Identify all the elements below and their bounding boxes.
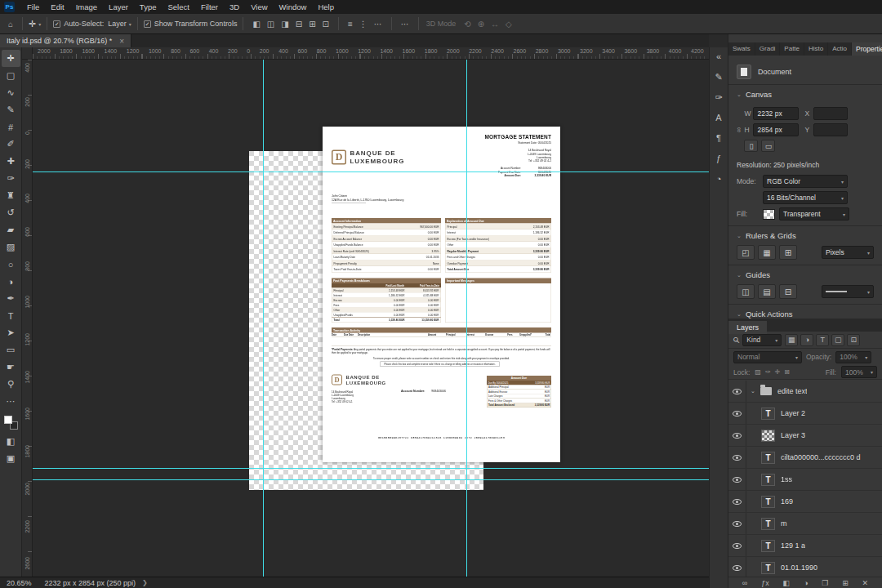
eraser-tool[interactable]: ▰ [2, 221, 20, 238]
tab-properties[interactable]: Properties [852, 42, 882, 56]
horizontal-guide[interactable] [33, 479, 709, 480]
zoom-level[interactable]: 20.65% [0, 579, 32, 587]
lock-icon[interactable]: ✑ [765, 368, 771, 376]
layer-visibility-toggle[interactable] [728, 447, 746, 468]
distribute-icon[interactable]: ⋯ [371, 20, 385, 29]
quick-selection-tool[interactable]: ✎ [2, 101, 20, 118]
ruler-corner[interactable] [22, 47, 33, 60]
auto-select-checkbox[interactable]: Auto-Select: [53, 20, 104, 28]
guide-toggle-icon[interactable]: ◫ [737, 284, 755, 299]
menu-item[interactable]: Edit [45, 0, 69, 14]
brush-tool[interactable]: ✑ [2, 170, 20, 187]
align-icon[interactable]: ⊞ [305, 20, 318, 29]
horizontal-guide[interactable] [33, 172, 709, 172]
lasso-tool[interactable]: ∿ [2, 84, 20, 101]
color-mode-select[interactable]: RGB Color [763, 175, 848, 188]
fill-opacity-select[interactable]: 100% [841, 366, 877, 378]
vertical-ruler[interactable]: 4002000200400600800100012001400160018002… [22, 60, 33, 577]
guide-toggle-icon[interactable]: ⊟ [779, 284, 797, 299]
foreground-color-swatch[interactable] [4, 416, 12, 424]
menu-item[interactable]: Window [274, 0, 313, 14]
type-tool[interactable]: T [2, 307, 20, 324]
layer-filter-kind-select[interactable]: Kind [742, 334, 782, 346]
menu-item[interactable]: Type [134, 0, 163, 14]
screen-mode-icon[interactable]: ▣ [2, 450, 20, 467]
y-position-input[interactable] [813, 123, 848, 136]
group-expander-icon[interactable] [751, 388, 755, 394]
layer-visibility-toggle[interactable] [728, 513, 746, 534]
units-select[interactable]: Pixels [822, 246, 874, 259]
rulers-grids-section-header[interactable]: Rulers & Grids [737, 231, 874, 240]
quick-mask-icon[interactable]: ◧ [2, 433, 20, 450]
ruler-toggle-icon[interactable]: ▦ [758, 245, 776, 260]
lock-icon[interactable]: ⊠ [784, 368, 790, 376]
menu-item[interactable]: Image [70, 0, 103, 14]
blend-mode-select[interactable]: Normal [733, 351, 802, 363]
lock-icon[interactable]: ▨ [755, 368, 761, 376]
clone-stamp-tool[interactable]: ♜ [2, 187, 20, 204]
3d-mode-icon[interactable]: ⊕ [474, 20, 488, 29]
layer-visibility-toggle[interactable] [728, 425, 746, 446]
eyedropper-tool[interactable]: ✐ [2, 136, 20, 153]
menu-item[interactable]: Filter [195, 0, 224, 14]
layer-filter-icon[interactable]: ▦ [785, 334, 798, 346]
tab-gradients[interactable]: Gradi [755, 42, 781, 56]
fill-swatch[interactable] [763, 209, 775, 220]
layer-mask-icon[interactable]: ◧ [783, 579, 791, 587]
tab-patterns[interactable]: Patte [780, 42, 804, 56]
healing-brush-tool[interactable]: ✚ [2, 153, 20, 170]
3d-mode-icon[interactable]: ◇ [502, 20, 515, 29]
move-tool[interactable]: ✛ [2, 50, 20, 67]
show-transform-checkbox[interactable]: Show Transform Controls [144, 20, 238, 28]
layer-row[interactable]: T m [728, 513, 882, 535]
layer-visibility-toggle[interactable] [728, 491, 746, 512]
portrait-orientation-button[interactable]: ▯ [744, 140, 758, 152]
close-tab-icon[interactable] [119, 37, 124, 46]
layer-row[interactable]: T Layer 2 [728, 403, 882, 425]
layer-row[interactable]: T 169 [728, 491, 882, 513]
3d-mode-icon[interactable]: ⟲ [461, 20, 474, 29]
layer-filter-icon[interactable]: T [816, 334, 829, 346]
align-icon[interactable]: ◧ [249, 20, 263, 29]
color-swatches[interactable] [4, 416, 18, 430]
bit-depth-select[interactable]: 16 Bits/Channel [763, 191, 848, 204]
zoom-tool[interactable]: ⚲ [2, 376, 20, 393]
menu-item[interactable]: Layer [103, 0, 134, 14]
brush-settings-panel-icon[interactable]: ✑ [711, 90, 727, 105]
mortgage-statement-page[interactable]: MORTGAGE STATEMENT Statement Date: 05/04… [323, 127, 560, 462]
auto-select-target-dropdown[interactable]: Layer [108, 20, 131, 28]
tab-histogram[interactable]: Histo [804, 42, 828, 56]
quick-actions-section-header[interactable]: Quick Actions [737, 310, 874, 318]
home-icon[interactable]: ⌂ [5, 20, 16, 29]
paragraph-panel-icon[interactable]: ¶ [711, 131, 727, 145]
canvas-area[interactable]: 2000180016001400120010008006004002000200… [22, 47, 709, 577]
menu-item[interactable]: File [21, 0, 45, 14]
layer-visibility-toggle[interactable] [728, 557, 746, 577]
align-icon[interactable]: ◨ [278, 20, 292, 29]
status-options-icon[interactable] [142, 579, 148, 586]
shape-tool[interactable]: ▭ [2, 341, 20, 359]
layer-row[interactable]: T cilta000000...ccccccc0 d [728, 447, 882, 469]
horizontal-ruler[interactable]: 2000180016001400120010008006004002000200… [33, 47, 709, 60]
more-options-icon[interactable]: ⋯ [398, 20, 412, 29]
width-input[interactable]: 2232 px [753, 107, 799, 120]
vertical-guide[interactable] [263, 60, 264, 577]
menu-item[interactable]: 3D [224, 0, 245, 14]
menu-item[interactable]: View [245, 0, 273, 14]
opacity-select[interactable]: 100% [835, 351, 871, 363]
layer-filter-icon[interactable]: ◑ [800, 334, 813, 346]
gradient-tool[interactable]: ▨ [2, 238, 20, 256]
menu-item[interactable]: Select [162, 0, 194, 14]
height-input[interactable]: 2854 px [753, 123, 799, 136]
layer-visibility-toggle[interactable] [728, 403, 746, 424]
distribute-icon[interactable]: ⋮ [356, 20, 371, 29]
marquee-tool[interactable]: ▢ [2, 67, 20, 84]
guide-toggle-icon[interactable]: ▤ [758, 284, 776, 299]
x-position-input[interactable] [813, 107, 848, 120]
layer-row[interactable]: T 129 1 a [728, 535, 882, 557]
expand-panels-icon[interactable]: « [711, 49, 727, 64]
adjustments-panel-icon[interactable]: ✎ [711, 69, 727, 84]
align-icon[interactable]: ◫ [264, 20, 278, 29]
canvas-section-header[interactable]: Canvas [737, 90, 874, 99]
history-brush-tool[interactable]: ↺ [2, 204, 20, 221]
